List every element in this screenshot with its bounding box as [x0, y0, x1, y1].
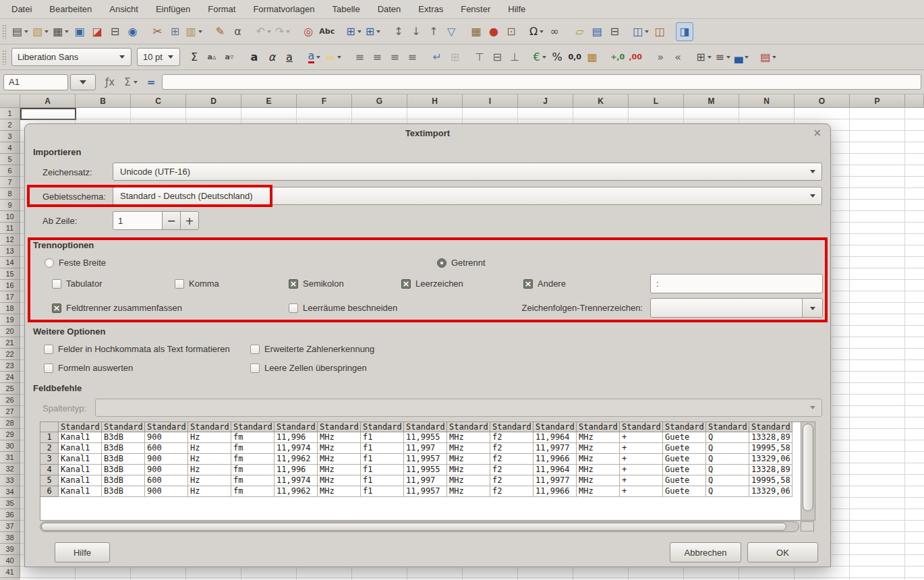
menu-item[interactable]: Einfügen	[147, 0, 199, 19]
row-header[interactable]: 35	[0, 498, 20, 509]
center-vertically-icon[interactable]: ⊟	[488, 48, 506, 67]
column-header[interactable]: L	[629, 94, 684, 108]
preview-column-header[interactable]: Standard	[404, 422, 447, 432]
clone-formatting-icon[interactable]: ✎	[212, 22, 229, 41]
redo-icon[interactable]: ↷	[273, 22, 292, 41]
sum-icon[interactable]: Σ	[185, 48, 203, 67]
borders-icon[interactable]: ⊞	[694, 48, 713, 67]
spelling-icon[interactable]: Abc	[317, 22, 337, 41]
column-header[interactable]: G	[352, 94, 407, 108]
row-header[interactable]: 31	[0, 452, 20, 463]
align-top-icon[interactable]: ⊤	[471, 48, 488, 67]
row-header[interactable]: 21	[0, 337, 20, 349]
clear-formatting-icon[interactable]: α	[229, 22, 247, 41]
preview-column-header[interactable]: Standard	[620, 422, 663, 432]
headers-footers-icon[interactable]: ⊟	[606, 22, 623, 41]
evaluate-formulas-option[interactable]: Formeln auswerten	[44, 363, 133, 373]
from-row-input[interactable]: 1	[113, 211, 163, 230]
preview-column-header[interactable]: Standard	[663, 422, 706, 432]
sort-ascending-icon[interactable]: ↓	[407, 22, 425, 41]
row-header[interactable]: 1	[0, 108, 20, 119]
detect-numbers-option[interactable]: Erweiterte Zahlenerkennung	[250, 344, 374, 354]
menu-item[interactable]: Hilfe	[499, 0, 534, 19]
row-header[interactable]: 36	[0, 509, 20, 521]
hyperlink-icon[interactable]: ∞	[546, 22, 563, 41]
preview-column-header[interactable]: Standard	[188, 422, 231, 432]
decrease-font-icon[interactable]: a▿	[221, 48, 238, 67]
print-area-icon[interactable]: ▤	[588, 22, 606, 41]
preview-column-header[interactable]: Standard	[706, 422, 749, 432]
sidebar-icon[interactable]: ◨	[676, 22, 693, 41]
align-center-icon[interactable]: ≡	[368, 48, 386, 67]
row-header[interactable]: 9	[0, 200, 20, 211]
align-left-icon[interactable]: ≡	[351, 48, 368, 67]
row-header[interactable]: 28	[0, 417, 20, 429]
column-header[interactable]: M	[684, 94, 739, 108]
dropdown-arrow-icon[interactable]	[65, 30, 69, 33]
dropdown-arrow-icon[interactable]	[745, 56, 749, 59]
close-icon[interactable]: ×	[813, 127, 821, 139]
row-header[interactable]: 26	[0, 395, 20, 406]
row-header[interactable]: 2	[0, 119, 20, 131]
row-header[interactable]: 32	[0, 463, 20, 475]
bold-icon[interactable]: a	[246, 48, 263, 67]
split-window-icon[interactable]: ◫	[651, 22, 668, 41]
justify-icon[interactable]: ≡	[403, 48, 421, 67]
row-header[interactable]: 19	[0, 314, 20, 326]
row-header[interactable]: 12	[0, 234, 20, 245]
delete-decimal-icon[interactable]: ,00	[627, 48, 644, 67]
row-header[interactable]: 15	[0, 268, 20, 280]
column-header[interactable]: J	[518, 94, 573, 108]
decrease-indent-icon[interactable]: «	[669, 48, 687, 67]
row-header[interactable]: 39	[0, 544, 20, 555]
help-button[interactable]: Hilfe	[55, 542, 110, 562]
cancel-button[interactable]: Abbrechen	[670, 542, 741, 562]
row-header[interactable]: 8	[0, 188, 20, 200]
border-style-icon[interactable]: ≡	[714, 48, 732, 67]
autofilter-icon[interactable]: ▽	[442, 22, 460, 41]
spinner-plus-button[interactable]: +	[180, 211, 199, 230]
column-header[interactable]: F	[297, 94, 352, 108]
preview-column-header[interactable]: Standard	[102, 422, 145, 432]
increase-font-icon[interactable]: a▵	[203, 48, 221, 67]
row-header[interactable]: 41	[0, 567, 20, 578]
column-header[interactable]: N	[739, 94, 795, 108]
preview-column-header[interactable]: Standard	[59, 422, 102, 432]
row-header[interactable]: 14	[0, 257, 20, 268]
dropdown-arrow-icon[interactable]	[645, 30, 649, 33]
row-header[interactable]: 34	[0, 486, 20, 498]
dropdown-arrow-icon[interactable]	[540, 30, 544, 33]
dropdown-arrow-icon[interactable]	[542, 56, 546, 59]
dropdown-arrow-icon[interactable]	[772, 56, 776, 59]
scrollbar-thumb[interactable]	[803, 424, 813, 511]
column-header[interactable]: C	[131, 94, 186, 108]
dropdown-arrow-icon[interactable]	[45, 30, 49, 33]
insert-image-icon[interactable]: ▦	[467, 22, 485, 41]
dropdown-arrow-icon[interactable]	[267, 30, 271, 33]
open-icon[interactable]: ▧	[30, 22, 51, 41]
insert-chart-icon[interactable]: ●	[485, 22, 502, 41]
menu-item[interactable]: Format	[199, 0, 244, 19]
preview-column-header[interactable]: Standard	[749, 422, 792, 432]
preview-column-header[interactable]: Standard	[447, 422, 490, 432]
print-preview-icon[interactable]: ◉	[123, 22, 141, 41]
toolbar-grip[interactable]	[2, 24, 7, 39]
dropdown-arrow-icon[interactable]	[708, 56, 712, 59]
preview-vertical-scrollbar[interactable]	[801, 422, 815, 520]
highlight-color-icon[interactable]: ▬	[323, 48, 343, 67]
align-right-icon[interactable]: ≡	[386, 48, 403, 67]
row-header[interactable]: 40	[0, 555, 20, 567]
function-wizard-icon[interactable]: ƒx	[105, 76, 115, 88]
border-color-icon[interactable]: ▄	[732, 48, 751, 67]
column-header[interactable]: I	[463, 94, 518, 108]
conditional-formatting-icon[interactable]: ▤	[758, 48, 778, 67]
formula-equals-icon[interactable]: =	[147, 76, 156, 88]
row-header[interactable]: 20	[0, 326, 20, 337]
column-header[interactable]: D	[186, 94, 241, 108]
column-header[interactable]: E	[241, 94, 297, 108]
column-header[interactable]: P	[850, 94, 905, 108]
wrap-text-icon[interactable]: ↵	[428, 48, 446, 67]
scrollbar-thumb[interactable]	[41, 523, 786, 531]
merge-cells-icon[interactable]: ⊞	[446, 48, 463, 67]
dropdown-arrow-icon[interactable]	[286, 30, 290, 33]
